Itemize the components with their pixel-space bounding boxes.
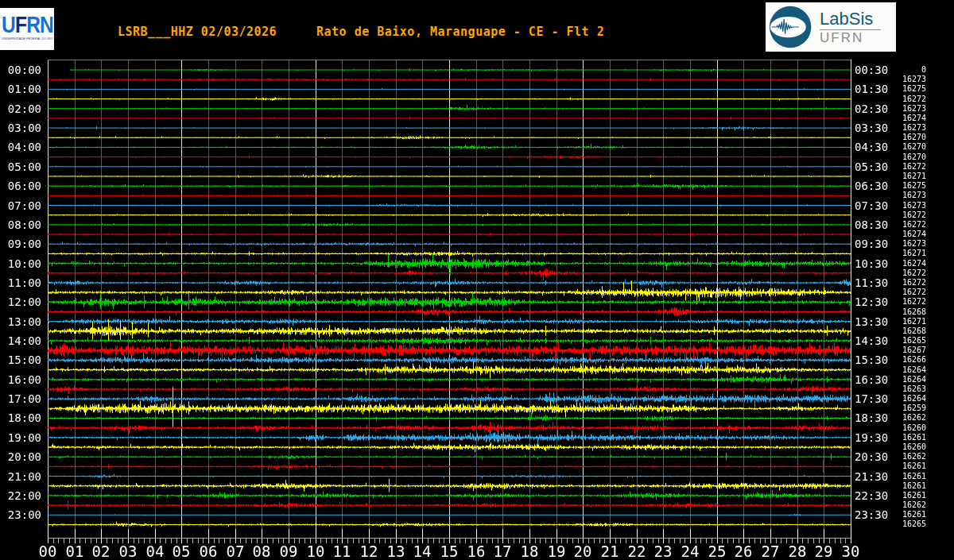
trace-start-time: 15:00 [0,354,41,365]
trace-count-value: 16262 [878,414,926,422]
trace-start-time: 05:00 [0,161,41,172]
trace-count-value: 16270 [878,143,926,151]
trace-count-value: 16275 [878,182,926,190]
trace-start-time: 23:00 [0,509,41,520]
trace-start-time: 10:00 [0,258,41,269]
trace-count-value: 16268 [878,308,926,316]
trace-start-time: 00:00 [0,64,41,75]
trace-start-time: 22:00 [0,490,41,501]
trace-count-value: 16272 [878,95,926,103]
helicorder-plot-canvas [0,0,954,560]
trace-count-value: 16273 [878,75,926,83]
trace-count-value: 16273 [878,202,926,210]
trace-count-value: 16264 [878,395,926,403]
trace-start-time: 20:00 [0,451,41,462]
trace-start-time: 01:00 [0,83,41,95]
trace-start-time: 06:00 [0,180,41,191]
trace-count-value: 16262 [878,453,926,461]
trace-count-value: 16273 [878,105,926,113]
trace-count-value: 16272 [878,279,926,287]
trace-count-value: 16259 [878,404,926,412]
trace-count-value: 16261 [878,511,926,519]
trace-start-time: 13:00 [0,316,41,327]
trace-count-value: 16272 [878,288,926,296]
trace-count-value: 16263 [878,385,926,393]
trace-count-value: 16270 [878,133,926,141]
trace-count-value: 16261 [878,482,926,490]
trace-start-time: 12:00 [0,296,41,307]
trace-start-time: 21:00 [0,471,41,482]
trace-count-value: 16270 [878,153,926,161]
trace-start-time: 04:00 [0,141,41,153]
trace-count-value: 16261 [878,473,926,481]
trace-count-value: 16272 [878,211,926,219]
trace-count-value: 16272 [878,269,926,277]
trace-count-value: 16273 [878,240,926,248]
trace-count-value: 16265 [878,337,926,345]
trace-start-time: 19:00 [0,432,41,443]
trace-start-time: 16:00 [0,374,41,385]
trace-count-value: 16266 [878,356,926,364]
trace-count-value: 16275 [878,85,926,93]
trace-count-value: 16273 [878,124,926,132]
minute-tick-label: 30 [835,544,867,559]
trace-count-value: 16261 [878,492,926,500]
trace-count-value: 16268 [878,327,926,335]
trace-count-value: 16271 [878,172,926,180]
trace-count-value: 16271 [878,249,926,257]
trace-start-time: 08:00 [0,219,41,230]
trace-start-time: 17:00 [0,393,41,404]
trace-count-value: 16264 [878,376,926,384]
trace-count-value: 16262 [878,501,926,509]
trace-count-value: 16264 [878,366,926,374]
trace-count-value: 16272 [878,221,926,229]
trace-start-time: 09:00 [0,238,41,249]
trace-count-value: 16271 [878,318,926,326]
trace-count-value: 16273 [878,191,926,199]
trace-start-time: 03:00 [0,122,41,133]
helicorder-screen: UFRN UNIVERSIDADE FEDERAL DO RIO GRANDE … [0,0,954,560]
trace-count-value: 16267 [878,346,926,354]
trace-count-value: 16274 [878,114,926,122]
trace-count-value: 16274 [878,260,926,268]
trace-start-time: 07:00 [0,200,41,211]
trace-start-time: 02:00 [0,103,41,114]
trace-count-value: 16260 [878,424,926,432]
trace-count-value: 16272 [878,298,926,306]
trace-start-time: 14:00 [0,335,41,346]
trace-count-value: 16265 [878,520,926,528]
trace-count-value: 16261 [878,462,926,470]
trace-start-time: 11:00 [0,277,41,288]
trace-count-value: 16274 [878,230,926,238]
trace-count-value: 16260 [878,443,926,451]
trace-start-time: 18:00 [0,412,41,423]
trace-count-value: 16272 [878,163,926,171]
trace-count-value: 0 [878,66,926,74]
trace-count-value: 16261 [878,434,926,442]
